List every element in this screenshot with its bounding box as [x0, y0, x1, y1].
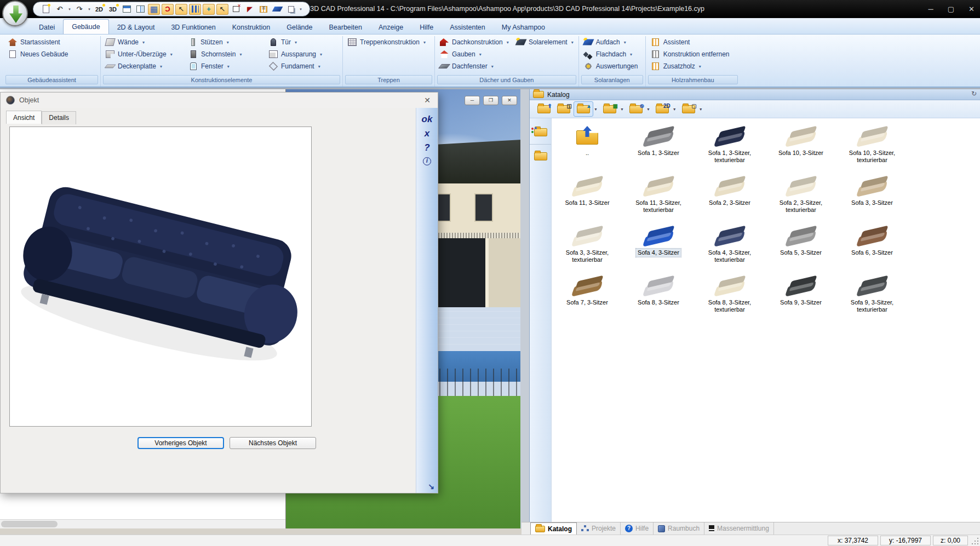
- object-catalog-button[interactable]: ▲: [574, 101, 593, 117]
- split-horizontal-icon[interactable]: [121, 4, 133, 15]
- info-icon[interactable]: i: [423, 157, 431, 165]
- startassistent-button[interactable]: Startassistent: [5, 36, 71, 48]
- catalog-item[interactable]: Sofa 2, 3-Sitzer, texturierbar: [766, 173, 835, 222]
- flachdach-button[interactable]: Flachdach: [581, 48, 641, 60]
- auswertungen-button[interactable]: Auswertungen: [581, 60, 641, 72]
- internet-catalog-button[interactable]: ⊕: [626, 101, 646, 117]
- tab-2d-layout[interactable]: 2D & Layout: [109, 20, 163, 34]
- refresh-icon[interactable]: ↻: [971, 90, 977, 97]
- undo-dropdown-icon[interactable]: ▾: [67, 7, 72, 12]
- texture-catalog-dropdown-icon[interactable]: ▼: [620, 107, 626, 111]
- vorheriges-objekt-button[interactable]: Vorheriges Objekt: [137, 437, 224, 449]
- tab-bearbeiten[interactable]: Bearbeiten: [320, 20, 370, 34]
- tab-details[interactable]: Details: [42, 111, 76, 124]
- panel-splitter[interactable]: [520, 89, 529, 534]
- app-menu-button[interactable]: [2, 1, 28, 26]
- tab-gelaende[interactable]: Gelände: [278, 20, 320, 34]
- deckenplatte-button[interactable]: Deckenplatte: [102, 60, 186, 72]
- catalog-group-button[interactable]: [530, 124, 551, 145]
- viewport-minimize-icon[interactable]: ─: [465, 96, 480, 105]
- transfer-window-icon[interactable]: [230, 4, 242, 15]
- neues-gebaeude-button[interactable]: Neues Gebäude: [5, 48, 71, 60]
- catalog-item[interactable]: Sofa 3, 3-Sitzer, texturierbar: [553, 222, 622, 272]
- catalog-item[interactable]: Sofa 11, 3-Sitzer, texturierbar: [624, 173, 693, 222]
- aufdach-button[interactable]: Aufdach: [581, 36, 641, 48]
- dialog-close-icon[interactable]: ✕: [421, 95, 433, 106]
- help-button[interactable]: ?: [424, 143, 429, 152]
- solarelement-button[interactable]: Solarelement: [513, 36, 577, 48]
- catalog-item[interactable]: Sofa 9, 3-Sitzer, texturierbar: [838, 272, 907, 322]
- catalog-item-folder-up[interactable]: ..: [553, 123, 622, 173]
- zusatzholz-button[interactable]: Zusatzholz: [647, 60, 733, 72]
- gauben-button[interactable]: Gauben: [437, 48, 513, 60]
- new-document-icon[interactable]: [40, 4, 52, 15]
- fenster-button[interactable]: Fenster: [186, 60, 266, 72]
- catalog-item[interactable]: Sofa 10, 3-Sitzer: [766, 123, 835, 173]
- viewport-restore-icon[interactable]: ❐: [483, 96, 498, 105]
- tab-ansicht[interactable]: Ansicht: [6, 111, 42, 124]
- tab-anzeige[interactable]: Anzeige: [370, 20, 411, 34]
- solar-panel-icon[interactable]: [271, 4, 283, 15]
- tab-raumbuch[interactable]: Raumbuch: [654, 522, 704, 534]
- minimize-icon[interactable]: ─: [929, 5, 933, 13]
- fundament-button[interactable]: Fundament: [266, 60, 325, 72]
- 2d-view-icon[interactable]: 2D: [93, 4, 105, 15]
- dialog-title-bar[interactable]: Objekt: [1, 93, 438, 108]
- undo-icon[interactable]: ↶: [54, 4, 66, 15]
- 2d-catalog-dropdown-icon[interactable]: ▼: [672, 107, 679, 111]
- room-catalog-dropdown-icon[interactable]: ▼: [698, 107, 705, 111]
- catalog-item[interactable]: Sofa 4, 3-Sitzer, texturierbar: [695, 222, 764, 272]
- catalog-item[interactable]: Sofa 8, 3-Sitzer: [624, 272, 693, 322]
- resize-grip[interactable]: [972, 538, 979, 545]
- folder-up-button[interactable]: ⬆: [534, 101, 554, 117]
- edit-selection-icon[interactable]: ↖: [175, 4, 187, 15]
- tuer-button[interactable]: Tür: [266, 36, 325, 48]
- 2d-catalog-button[interactable]: 2D: [652, 101, 672, 117]
- horizontal-scrollbar[interactable]: [0, 519, 285, 528]
- tab-assistenten[interactable]: Assistenten: [442, 20, 494, 34]
- unter-ueberzuege-button[interactable]: Unter-/Überzüge: [102, 48, 186, 60]
- catalog-item[interactable]: Sofa 5, 3-Sitzer: [766, 222, 835, 272]
- stuetzen-button[interactable]: Stützen: [186, 36, 266, 48]
- toolbar-overflow-icon[interactable]: ≡: [262, 4, 265, 11]
- catalog-item[interactable]: Sofa 11, 3-Sitzer: [553, 173, 622, 222]
- copy-pages-icon[interactable]: [285, 4, 297, 15]
- maximize-icon[interactable]: ▢: [948, 5, 954, 13]
- tab-projekte[interactable]: Projekte: [577, 522, 621, 534]
- tab-katalog[interactable]: Katalog: [530, 522, 577, 534]
- window-catalog-button[interactable]: ◫: [554, 101, 574, 117]
- scrollbar-thumb[interactable]: [1, 521, 58, 527]
- close-icon[interactable]: ✕: [968, 5, 975, 13]
- catalog-item[interactable]: Sofa 10, 3-Sitzer, texturierbar: [838, 123, 907, 173]
- room-catalog-button[interactable]: ▢: [679, 101, 698, 117]
- assistent-button[interactable]: Assistent: [647, 36, 733, 48]
- roof-tool-icon[interactable]: ◤: [244, 4, 256, 15]
- tab-hilfe[interactable]: Hilfe: [411, 20, 442, 34]
- aussparung-button[interactable]: Aussparung: [266, 48, 325, 60]
- tab-massenermittlung[interactable]: Massenermittlung: [704, 522, 774, 534]
- waende-button[interactable]: Wände: [102, 36, 186, 48]
- copy-dropdown-icon[interactable]: ▾: [299, 7, 303, 12]
- magnet-icon[interactable]: Ɔ: [162, 4, 174, 15]
- catalog-item[interactable]: Sofa 7, 3-Sitzer: [553, 272, 622, 322]
- catalog-folder-button[interactable]: [530, 148, 551, 165]
- catalog-item[interactable]: Sofa 1, 3-Sitzer, texturierbar: [695, 123, 764, 173]
- catalog-item[interactable]: Sofa 3, 3-Sitzer: [838, 173, 907, 222]
- parallel-lines-icon[interactable]: [189, 4, 201, 15]
- dachkonstruktion-button[interactable]: Dachkonstruktion: [437, 36, 513, 48]
- catalog-item[interactable]: Sofa 6, 3-Sitzer: [838, 222, 907, 272]
- split-vertical-icon[interactable]: [134, 4, 146, 15]
- select-cursor-icon[interactable]: ↖: [216, 4, 228, 15]
- reference-axis-icon[interactable]: +: [203, 4, 215, 15]
- catalog-item[interactable]: Sofa 9, 3-Sitzer: [766, 272, 835, 322]
- cancel-button[interactable]: x: [425, 129, 429, 138]
- internet-catalog-dropdown-icon[interactable]: ▼: [646, 107, 652, 111]
- catalog-header[interactable]: Katalog ↻: [530, 89, 980, 100]
- tab-3d-funktionen[interactable]: 3D Funktionen: [163, 20, 223, 34]
- object-catalog-dropdown-icon[interactable]: ▼: [593, 107, 600, 111]
- tab-datei[interactable]: Datei: [31, 20, 63, 34]
- dachfenster-button[interactable]: Dachfenster: [437, 60, 513, 72]
- catalog-item-selected[interactable]: Sofa 4, 3-Sitzer: [624, 222, 693, 272]
- tab-my-ashampoo[interactable]: My Ashampoo: [494, 20, 553, 34]
- ok-button[interactable]: ok: [422, 114, 433, 124]
